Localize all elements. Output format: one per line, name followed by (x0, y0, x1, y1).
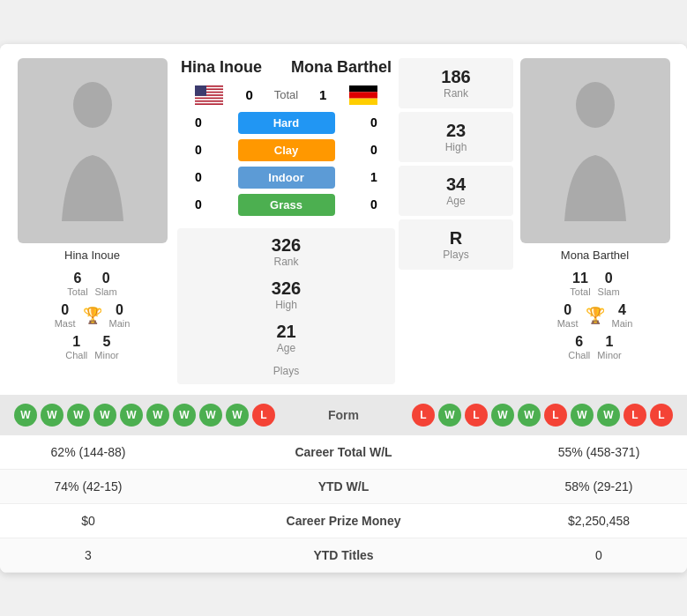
germany-flag-icon (349, 85, 377, 105)
right-form-3: L (465, 404, 488, 427)
right-plays-box: R Plays (399, 219, 513, 270)
left-mast-val: 0 (61, 302, 69, 318)
right-rank-box: 186 Rank (399, 58, 513, 108)
left-main-stat: 0 Main (109, 302, 131, 329)
right-silhouette (551, 80, 639, 221)
left-slam-stat: 0 Slam (95, 271, 117, 297)
center-bottom-stats: 326 Rank 326 High 21 Age Plays (177, 228, 395, 384)
clay-button[interactable]: Clay (238, 139, 335, 161)
left-form-9: W (226, 404, 249, 427)
ytd-titles-row: 3 YTD Titles 0 (0, 538, 687, 572)
surface-row-grass: 0 Grass 0 (177, 194, 395, 216)
svg-rect-11 (349, 98, 377, 104)
right-form-6: L (544, 404, 567, 427)
left-form-4: W (93, 404, 116, 427)
hard-button[interactable]: Hard (238, 112, 335, 134)
right-total-num: 1 (312, 87, 333, 102)
right-chall-lbl: Chall (568, 350, 590, 360)
surface-row-hard: 0 Hard 0 (177, 112, 395, 134)
svg-rect-8 (195, 85, 206, 96)
grass-left-val: 0 (188, 197, 209, 212)
right-ytd-wl: 58% (29-21) (511, 469, 687, 503)
right-form-10: L (650, 404, 673, 427)
right-mast-lbl: Mast (557, 318, 579, 329)
left-player-photo (18, 58, 168, 243)
right-career-wl: 55% (458-371) (511, 435, 687, 470)
left-player-name: Hina Inoue (64, 249, 120, 262)
left-chall-stat: 1 Chall (65, 334, 87, 360)
right-form-4: W (491, 404, 514, 427)
prize-money-row: $0 Career Prize Money $2,250,458 (0, 503, 687, 538)
right-high-val: 23 (446, 121, 466, 141)
right-rank-val: 186 (441, 67, 470, 87)
left-main-val: 0 (116, 302, 123, 318)
right-name-header: Mona Barthel (291, 58, 392, 77)
left-silhouette (49, 80, 137, 221)
svg-rect-5 (195, 95, 223, 97)
left-slam-val: 0 (102, 271, 110, 286)
left-main-lbl: Main (109, 318, 131, 329)
right-form-2: W (438, 404, 461, 427)
clay-right-val: 0 (363, 143, 385, 157)
left-ytd-wl: 74% (42-15) (0, 469, 176, 503)
career-wl-label: Career Total W/L (176, 435, 511, 470)
left-form-3: W (67, 404, 90, 427)
left-form-bubbles: W W W W W W W W W L (14, 404, 275, 427)
right-plays-lbl: Plays (443, 249, 468, 261)
right-mast-val: 0 (564, 302, 571, 318)
left-rank-val: 326 (272, 235, 301, 256)
indoor-left-val: 0 (188, 170, 209, 184)
left-age-lbl: Age (277, 342, 295, 354)
right-ytd-titles: 0 (511, 538, 687, 572)
indoor-button[interactable]: Indoor (238, 167, 335, 189)
left-plays-lbl: Plays (273, 365, 299, 377)
left-minor-lbl: Minor (94, 350, 119, 360)
surface-row-indoor: 0 Indoor 1 (177, 167, 395, 189)
left-total-stat: 6 Total (67, 271, 87, 297)
grass-button[interactable]: Grass (238, 194, 335, 216)
surface-rows: 0 Hard 0 0 Clay 0 0 Indoor 1 0 Grass (177, 112, 395, 216)
right-trophy-icon: 🏆 (586, 306, 605, 325)
svg-point-0 (73, 82, 112, 128)
left-player-column: Hina Inoue 6 Total 0 Slam 0 Mast 🏆 (11, 58, 174, 360)
left-form-5: W (120, 404, 143, 427)
total-group: 0 Total 1 (239, 87, 333, 102)
left-total-lbl: Total (67, 286, 87, 297)
left-mast-lbl: Mast (55, 318, 76, 329)
right-minor-val: 1 (606, 334, 614, 350)
indoor-right-val: 1 (363, 170, 385, 184)
right-high-lbl: High (445, 141, 467, 153)
surface-row-clay: 0 Clay 0 (177, 139, 395, 161)
svg-rect-7 (195, 101, 223, 103)
right-total-lbl: Total (570, 286, 590, 297)
left-high-val: 326 (272, 278, 301, 299)
left-high-lbl: High (275, 299, 297, 311)
left-career-wl: 62% (144-88) (0, 435, 176, 470)
comparison-card: Hina Inoue 6 Total 0 Slam 0 Mast 🏆 (0, 44, 687, 573)
left-form-2: W (41, 404, 63, 427)
right-form-5: W (518, 404, 541, 427)
right-slam-val: 0 (605, 271, 613, 286)
clay-left-val: 0 (188, 143, 209, 157)
left-form-8: W (199, 404, 222, 427)
left-form-6: W (146, 404, 169, 427)
left-form-7: W (173, 404, 196, 427)
right-rank-lbl: Rank (444, 87, 468, 100)
right-main-val: 4 (618, 302, 626, 318)
left-chall-val: 1 (72, 334, 80, 350)
right-prize-money: $2,250,458 (511, 503, 687, 538)
left-minor-stat: 5 Minor (94, 334, 119, 360)
left-minor-val: 5 (103, 334, 111, 350)
left-ytd-titles: 3 (0, 538, 176, 572)
svg-point-12 (576, 82, 615, 128)
left-mast-stat: 0 Mast (55, 302, 76, 329)
left-form-1: W (14, 404, 37, 427)
right-mast-stat: 0 Mast (557, 302, 579, 329)
stats-table: 62% (144-88) Career Total W/L 55% (458-3… (0, 435, 687, 573)
right-minor-lbl: Minor (597, 350, 622, 360)
right-form-9: L (624, 404, 646, 427)
left-age-val: 21 (276, 322, 295, 342)
right-age-box: 34 Age (399, 166, 513, 216)
right-chall-stat: 6 Chall (568, 334, 590, 360)
right-age-val: 34 (446, 174, 466, 195)
